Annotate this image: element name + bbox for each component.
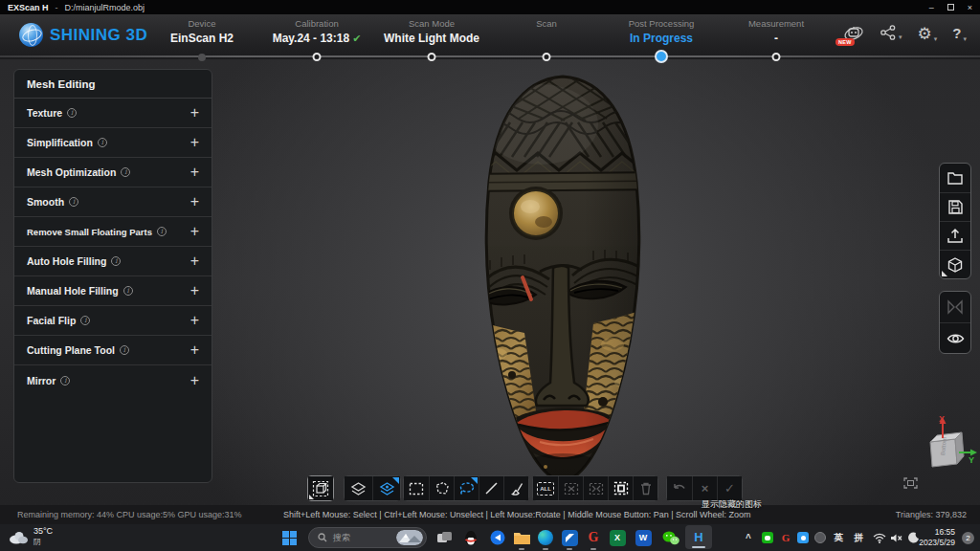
scanned-mask-model[interactable]	[459, 67, 666, 488]
info-icon[interactable]: i	[121, 167, 130, 177]
mesh-tool-mesh-optimization[interactable]: Mesh Optimization i +	[14, 158, 212, 187]
mesh-tool-simplification[interactable]: Simplification i +	[14, 128, 212, 158]
cube-select-button[interactable]	[308, 476, 333, 500]
minimize-icon[interactable]: –	[929, 3, 934, 12]
task-view-button[interactable]	[433, 524, 456, 551]
info-icon[interactable]: i	[60, 376, 70, 386]
ime-pinyin-indicator[interactable]: 拼	[850, 524, 867, 551]
confirm-check-icon: ✓	[724, 481, 735, 496]
wifi-icon[interactable]	[871, 524, 888, 551]
info-icon[interactable]: i	[123, 286, 133, 296]
green-chat-tray-icon[interactable]	[759, 524, 776, 551]
mesh-tool-smooth[interactable]: Smooth i +	[14, 187, 212, 217]
add-icon[interactable]: +	[190, 254, 199, 268]
progress-dot-device[interactable]	[198, 54, 206, 61]
volume-muted-icon[interactable]	[888, 524, 905, 551]
blue-app-icon[interactable]	[558, 524, 581, 551]
taskbar-clock[interactable]: 16:55 2023/5/29	[919, 527, 955, 548]
lasso-select-button[interactable]	[454, 476, 479, 500]
nav-step-post-processing[interactable]: Post Processing In Progress	[629, 18, 695, 45]
info-icon[interactable]: i	[111, 256, 121, 266]
excel-icon[interactable]: X	[606, 524, 629, 551]
info-icon[interactable]: i	[80, 316, 90, 325]
nav-step-calibration[interactable]: Calibration May.24 - 13:18✔	[273, 18, 362, 45]
word-icon[interactable]: W	[632, 524, 655, 551]
save-button[interactable]	[940, 192, 970, 221]
weather-widget[interactable]: 35°C 阴	[8, 526, 53, 547]
help-icon[interactable]: ? ▾	[952, 24, 967, 43]
add-icon[interactable]: +	[190, 165, 199, 179]
visibility-button[interactable]	[940, 322, 970, 353]
maximize-icon[interactable]	[947, 4, 954, 11]
nav-step-device[interactable]: Device EinScan H2	[170, 18, 234, 45]
info-icon[interactable]: i	[98, 138, 107, 147]
community-robot-icon[interactable]: NEW	[843, 24, 864, 43]
info-icon[interactable]: i	[69, 197, 78, 207]
blue-round-app-icon[interactable]	[486, 524, 509, 551]
taskbar-search[interactable]: 搜索	[308, 527, 427, 548]
info-icon[interactable]: i	[157, 227, 167, 236]
progress-dot-post-processing[interactable]	[655, 50, 668, 63]
axis-gizmo[interactable]: Bottom X Y	[907, 413, 978, 486]
red-g-app-icon[interactable]: G	[582, 524, 605, 551]
gray-round-tray-icon[interactable]	[812, 524, 829, 551]
flip-normals-button[interactable]	[940, 292, 970, 322]
add-icon[interactable]: +	[190, 284, 199, 298]
mesh-tool-texture[interactable]: Texture i +	[14, 99, 212, 128]
wechat-icon[interactable]	[658, 524, 683, 551]
qq-taskbar-icon[interactable]	[459, 524, 482, 551]
open-project-button[interactable]	[940, 164, 970, 192]
undo-button[interactable]	[667, 476, 692, 500]
nav-step-scan-mode[interactable]: Scan Mode White Light Mode	[384, 18, 479, 45]
progress-dot-scan-mode[interactable]	[428, 53, 436, 61]
file-explorer-icon[interactable]	[510, 524, 533, 551]
mesh-tool-facial-flip[interactable]: Facial Flip i +	[14, 306, 212, 336]
cancel-edit-button[interactable]: ×	[692, 476, 717, 500]
add-icon[interactable]: +	[190, 225, 199, 238]
mesh-tool-auto-hole-filling[interactable]: Auto Hole Filling i +	[14, 247, 212, 276]
line-select-button[interactable]	[479, 476, 503, 500]
progress-dot-scan[interactable]	[543, 53, 551, 61]
red-g-tray-icon[interactable]: G	[777, 524, 794, 551]
add-icon[interactable]: +	[190, 374, 199, 387]
deselect-all-button[interactable]	[558, 476, 583, 500]
share-icon[interactable]: ▾	[880, 24, 902, 41]
info-icon[interactable]: i	[67, 108, 77, 118]
select-connected-button[interactable]	[608, 476, 633, 500]
blue-tray-icon[interactable]	[794, 524, 812, 551]
select-all-button[interactable]: ALL	[533, 476, 558, 500]
add-icon[interactable]: +	[190, 314, 199, 327]
progress-dot-measurement[interactable]	[772, 53, 781, 61]
invert-selection-button[interactable]	[583, 476, 608, 500]
mesh-tool-cutting-plane-tool[interactable]: Cutting Plane Tool i +	[14, 336, 212, 365]
confirm-edit-button[interactable]: ✓	[717, 476, 742, 500]
close-icon[interactable]: ×	[968, 3, 972, 12]
brush-select-button[interactable]	[503, 476, 528, 500]
progress-dot-calibration[interactable]	[313, 53, 322, 61]
exscan-taskbar-icon[interactable]: H	[685, 525, 712, 549]
select-through-button[interactable]	[372, 476, 400, 500]
third-party-software-button[interactable]	[940, 250, 970, 278]
show-hidden-icons-button[interactable]: ^	[739, 524, 758, 551]
edge-browser-icon[interactable]	[534, 524, 557, 551]
start-button[interactable]	[278, 524, 301, 551]
delete-selected-button[interactable]	[633, 476, 657, 500]
settings-gear-icon[interactable]: ⚙ ▾	[918, 24, 938, 43]
nav-step-measurement[interactable]: Measurement -	[748, 18, 804, 45]
add-icon[interactable]: +	[190, 195, 199, 209]
ime-english-indicator[interactable]: 英	[830, 524, 847, 551]
mesh-tool-remove-small-floating-parts[interactable]: Remove Small Floating Parts i +	[14, 217, 212, 247]
mesh-tool-mirror[interactable]: Mirror i +	[14, 365, 212, 395]
info-icon[interactable]: i	[120, 345, 129, 355]
mesh-tool-manual-hole-filling[interactable]: Manual Hole Filling i +	[14, 276, 212, 306]
notification-count-badge[interactable]: 2	[962, 532, 974, 544]
rectangle-select-button[interactable]	[404, 476, 429, 500]
nav-step-scan[interactable]: Scan	[536, 18, 557, 45]
select-visible-button[interactable]	[345, 476, 372, 500]
export-data-button[interactable]	[940, 221, 970, 250]
add-icon[interactable]: +	[190, 136, 199, 149]
add-icon[interactable]: +	[190, 106, 199, 120]
polygon-select-button[interactable]	[429, 476, 454, 500]
add-icon[interactable]: +	[190, 343, 199, 357]
search-highlight-image[interactable]	[396, 530, 423, 545]
